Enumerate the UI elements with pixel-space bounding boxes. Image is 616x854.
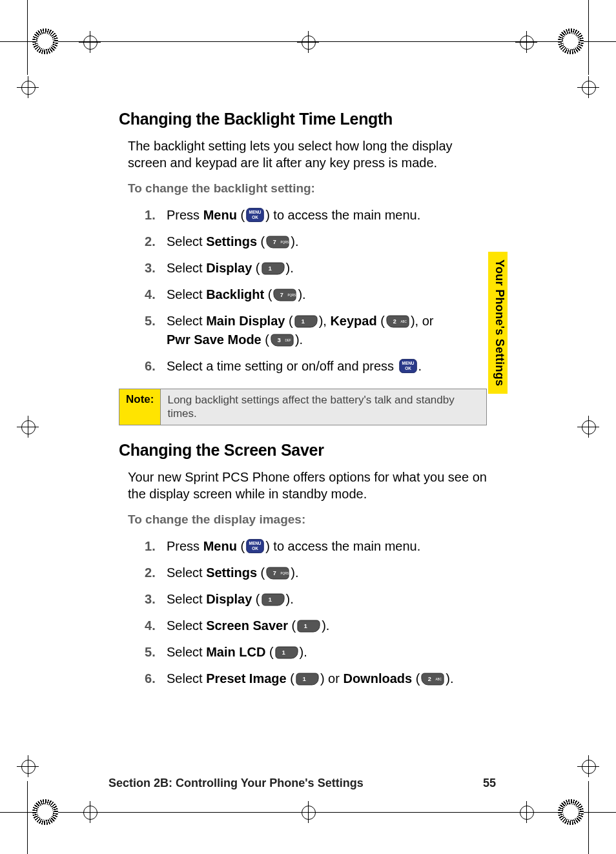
svg-text:ABC: ABC: [436, 677, 442, 680]
key-2-icon: 2ABC: [386, 315, 409, 328]
svg-text:1: 1: [304, 622, 307, 629]
svg-text:PQRS: PQRS: [281, 241, 289, 244]
steps-screensaver: Press Menu () to access the main menu. S…: [145, 537, 487, 688]
step: Select Settings (7PQRS).: [145, 232, 487, 251]
registration-mark-icon: [79, 31, 101, 53]
registration-mark-icon: [515, 801, 537, 823]
steps-backlight: Press Menu () to access the main menu. S…: [145, 206, 487, 376]
printer-rosette-icon: [558, 799, 584, 825]
step: Select Screen Saver (1).: [145, 616, 487, 635]
svg-text:2: 2: [428, 675, 431, 682]
svg-text:PQRS: PQRS: [288, 294, 296, 297]
svg-text:1: 1: [268, 596, 271, 602]
key-1-icon: 1: [296, 673, 319, 686]
key-1-icon: 1: [262, 262, 285, 275]
registration-mark-icon: [79, 801, 101, 823]
footer-section: Section 2B: Controlling Your Phone's Set…: [108, 777, 364, 790]
step: Select Settings (7PQRS).: [145, 564, 487, 582]
menu-ok-key-icon: [246, 539, 264, 553]
registration-mark-icon: [297, 31, 319, 53]
printer-rosette-icon: [32, 799, 58, 825]
step: Press Menu () to access the main menu.: [145, 206, 487, 225]
menu-ok-key-icon: [246, 208, 264, 222]
key-3-icon: 3DEF: [271, 334, 294, 347]
footer-page-number: 55: [483, 777, 496, 790]
svg-text:7: 7: [280, 292, 283, 298]
step: Select Preset Image (1) or Downloads (2A…: [145, 669, 487, 688]
step: Select Display (1).: [145, 259, 487, 278]
heading-screensaver: Changing the Screen Saver: [119, 441, 487, 460]
side-tab-label: Your Phone's Settings: [489, 254, 506, 391]
svg-text:DEF: DEF: [285, 339, 291, 342]
key-1-icon: 1: [297, 620, 320, 633]
printer-rosette-icon: [558, 28, 584, 54]
key-1-icon: 1: [262, 593, 285, 606]
svg-text:PQRS: PQRS: [281, 571, 289, 574]
menu-ok-key-icon: [399, 359, 417, 373]
registration-mark-icon: [17, 755, 39, 777]
svg-text:1: 1: [282, 649, 285, 655]
svg-text:ABC: ABC: [400, 320, 407, 323]
registration-mark-icon: [297, 801, 319, 823]
registration-mark-icon: [17, 76, 39, 98]
step: Press Menu () to access the main menu.: [145, 537, 487, 556]
svg-text:7: 7: [273, 569, 276, 576]
svg-text:1: 1: [303, 675, 306, 682]
lead-backlight: To change the backlight setting:: [128, 181, 487, 196]
registration-mark-icon: [577, 76, 599, 98]
heading-backlight: Changing the Backlight Time Length: [119, 110, 487, 128]
svg-text:1: 1: [301, 318, 304, 325]
page-footer: Section 2B: Controlling Your Phone's Set…: [108, 777, 496, 790]
key-1-icon: 1: [275, 646, 298, 659]
key-7-icon: 7PQRS: [266, 567, 289, 580]
registration-mark-icon: [17, 416, 39, 438]
registration-mark-icon: [577, 416, 599, 438]
registration-mark-icon: [515, 31, 537, 53]
printer-rosette-icon: [32, 28, 58, 54]
step: Select Backlight (7PQRS).: [145, 285, 487, 304]
key-7-icon: 7PQRS: [273, 289, 296, 301]
step: Select Main Display (1), Keypad (2ABC), …: [145, 312, 487, 349]
lead-screensaver: To change the display images:: [128, 513, 487, 527]
note-label: Note:: [119, 389, 161, 425]
step: Select Main LCD (1).: [145, 643, 487, 662]
svg-text:3: 3: [278, 337, 281, 343]
svg-text:7: 7: [273, 239, 276, 245]
step: Select Display (1).: [145, 590, 487, 609]
key-7-icon: 7PQRS: [266, 236, 289, 249]
intro-backlight: The backlight setting lets you select ho…: [128, 137, 487, 171]
note-body: Long backlight settings affect the batte…: [161, 389, 486, 425]
key-1-icon: 1: [294, 315, 318, 328]
svg-text:2: 2: [393, 318, 396, 325]
note-box: Note: Long backlight settings affect the…: [119, 389, 487, 425]
step: Select a time setting or on/off and pres…: [145, 357, 487, 376]
intro-screensaver: Your new Sprint PCS Phone offers options…: [128, 469, 487, 502]
svg-text:1: 1: [268, 265, 271, 272]
registration-mark-icon: [577, 755, 599, 777]
key-2-icon: 2ABC: [421, 673, 444, 686]
